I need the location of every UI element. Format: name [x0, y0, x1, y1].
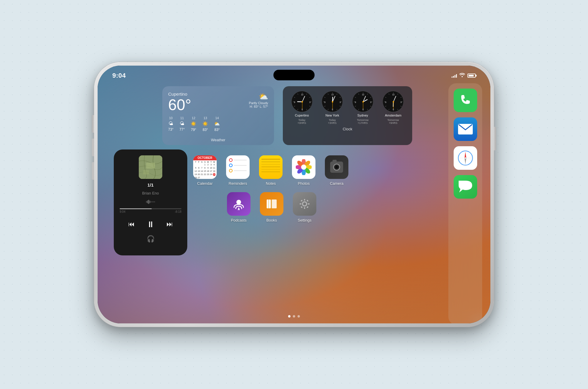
next-button[interactable]: ⏭: [164, 218, 176, 230]
reminders-icon[interactable]: [226, 155, 250, 179]
svg-line-44: [370, 106, 371, 107]
music-progress: 9:04 -8:18: [120, 208, 181, 213]
dynamic-island: [273, 70, 315, 80]
clock-faces: 12 3 6 9: [288, 91, 407, 124]
app-reminders[interactable]: Reminders: [226, 155, 250, 186]
camera-icon[interactable]: [325, 155, 348, 179]
forecast-day-2: 12 ☀️ 79°: [191, 116, 196, 132]
svg-rect-107: [306, 206, 308, 208]
clock-newyork: 12 3 6 9 New York: [322, 91, 343, 124]
app-camera[interactable]: Camera: [325, 155, 348, 186]
svg-line-10: [294, 97, 295, 98]
svg-text:12: 12: [301, 94, 303, 96]
clock-face-cupertino: 12 3 6 9: [291, 91, 313, 112]
svg-point-19: [301, 101, 303, 103]
weather-condition: Partly Cloudy: [249, 101, 268, 105]
notes-label: Notes: [266, 181, 276, 186]
svg-point-39: [332, 101, 333, 103]
clock-face-amsterdam: 12 3 6 9: [382, 91, 404, 112]
svg-line-17: [302, 96, 305, 102]
svg-text:12: 12: [362, 94, 364, 96]
svg-line-24: [340, 106, 340, 107]
svg-line-51: [358, 94, 359, 94]
clock-sydney: 12 3 6 9 Sydney: [352, 91, 373, 124]
svg-rect-82: [143, 170, 149, 174]
app-notes[interactable]: Notes: [259, 155, 283, 186]
svg-text:9: 9: [324, 101, 325, 103]
app-photos[interactable]: Photos: [292, 155, 315, 186]
dock-right: [448, 83, 482, 323]
svg-line-64: [400, 106, 401, 107]
svg-rect-97: [271, 200, 277, 208]
dock-safari[interactable]: [454, 146, 477, 170]
mail-app-icon[interactable]: [454, 117, 477, 141]
safari-app-icon[interactable]: [454, 146, 477, 170]
svg-line-61: [397, 94, 398, 94]
calendar-icon[interactable]: October T F S S M T W: [193, 155, 217, 179]
svg-rect-98: [271, 200, 272, 208]
photos-icon[interactable]: [292, 155, 315, 179]
dock-mail[interactable]: [454, 117, 477, 141]
svg-line-65: [397, 109, 398, 110]
svg-line-42: [370, 97, 371, 98]
progress-times: 9:04 -8:18: [120, 210, 181, 213]
music-widget[interactable]: 1/1 Brian Eno: [114, 149, 187, 255]
svg-line-31: [328, 94, 328, 94]
books-icon[interactable]: [260, 192, 283, 216]
svg-point-59: [362, 101, 364, 103]
forecast-day-1: 11 🌤 77°: [179, 116, 185, 132]
podcasts-icon[interactable]: [227, 192, 250, 216]
weather-widget[interactable]: Cupertino 60° ⛅ Partly Cloudy H: 83° L: …: [162, 86, 274, 145]
page-dot-0: [288, 315, 290, 317]
status-time: 9:04: [112, 72, 126, 79]
clock-offset-newyork: Today+3HRS: [328, 119, 337, 124]
clock-widget[interactable]: 12 3 6 9: [283, 86, 412, 145]
svg-line-70: [385, 97, 386, 98]
progress-bar[interactable]: [120, 208, 181, 209]
svg-text:9: 9: [385, 101, 386, 103]
svg-line-71: [389, 94, 389, 94]
play-pause-button[interactable]: ⏸: [143, 217, 158, 232]
svg-line-47: [358, 109, 359, 110]
dock-phone[interactable]: [454, 89, 477, 112]
page-dot-2: [298, 315, 300, 317]
svg-line-41: [367, 94, 368, 94]
svg-line-21: [337, 94, 337, 94]
app-books[interactable]: Books: [260, 192, 283, 222]
notes-icon[interactable]: [259, 155, 283, 179]
page-dot-1: [293, 315, 295, 317]
clock-cupertino: 12 3 6 9: [291, 91, 313, 124]
svg-line-5: [306, 109, 307, 110]
settings-icon[interactable]: [293, 192, 316, 216]
music-album-area: [120, 155, 181, 179]
svg-line-2: [309, 97, 310, 98]
app-settings[interactable]: Settings: [293, 192, 316, 222]
svg-rect-105: [306, 200, 308, 202]
books-label: Books: [266, 218, 277, 222]
svg-rect-96: [268, 200, 269, 208]
svg-rect-104: [300, 200, 303, 202]
app-calendar[interactable]: October T F S S M T W: [193, 155, 217, 186]
dock-messages[interactable]: [454, 175, 477, 199]
svg-point-92: [236, 200, 241, 205]
app-row-1: October T F S S M T W: [193, 155, 348, 186]
prev-button[interactable]: ⏮: [126, 218, 137, 230]
svg-line-48: [355, 106, 356, 107]
phone-app-icon[interactable]: [454, 89, 477, 112]
svg-line-62: [400, 97, 401, 98]
svg-text:3: 3: [400, 101, 402, 103]
messages-app-icon[interactable]: [454, 175, 477, 199]
clock-city-amsterdam: Amsterdam: [385, 114, 401, 117]
photos-label: Photos: [298, 181, 310, 186]
svg-rect-103: [308, 203, 310, 205]
app-podcasts[interactable]: Podcasts: [227, 192, 250, 222]
svg-line-30: [325, 97, 325, 98]
phone-screen: 9:04: [98, 66, 490, 323]
svg-rect-100: [304, 199, 305, 201]
svg-line-68: [385, 106, 386, 107]
svg-point-79: [393, 101, 394, 103]
podcasts-label: Podcasts: [231, 218, 246, 222]
music-controls: ⏮ ⏸ ⏭: [120, 217, 181, 232]
music-album-art: [139, 155, 162, 179]
svg-text:12: 12: [331, 94, 334, 96]
